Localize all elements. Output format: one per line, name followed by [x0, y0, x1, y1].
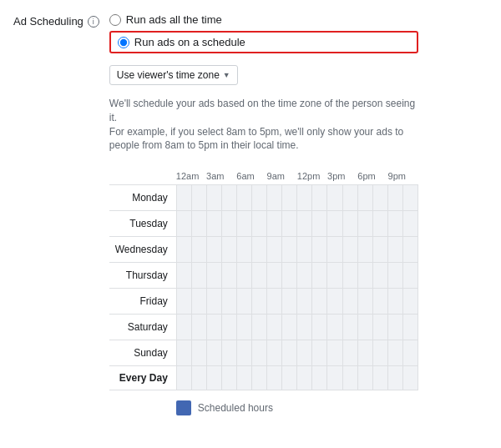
time-cell[interactable] [281, 237, 296, 262]
time-cell[interactable] [326, 185, 342, 210]
time-cell[interactable] [387, 340, 402, 365]
time-cell[interactable] [372, 263, 387, 288]
time-cell[interactable] [342, 366, 357, 390]
time-cell[interactable] [236, 340, 251, 365]
time-cell[interactable] [236, 237, 251, 262]
time-cell[interactable] [342, 211, 357, 236]
time-cell[interactable] [326, 211, 342, 236]
time-cell[interactable] [326, 315, 342, 340]
time-cell[interactable] [357, 263, 372, 288]
radio-option-schedule[interactable]: Run ads on a schedule [109, 31, 418, 53]
time-cell[interactable] [311, 289, 326, 314]
time-cell[interactable] [176, 315, 191, 340]
time-cell[interactable] [176, 340, 191, 365]
time-cell[interactable] [372, 340, 387, 365]
time-cell[interactable] [281, 289, 296, 314]
time-cell[interactable] [311, 211, 326, 236]
time-cell[interactable] [296, 237, 311, 262]
time-cell[interactable] [402, 211, 418, 236]
time-cell[interactable] [326, 340, 342, 365]
time-cell[interactable] [266, 185, 281, 210]
time-cell[interactable] [206, 211, 221, 236]
time-cell[interactable] [206, 263, 221, 288]
time-cell[interactable] [221, 340, 236, 365]
time-cell[interactable] [281, 263, 296, 288]
timezone-button[interactable]: Use viewer's time zone ▼ [109, 65, 238, 85]
radio-option-all-time[interactable]: Run ads all the time [109, 13, 418, 26]
time-cell[interactable] [221, 185, 236, 210]
time-cell[interactable] [357, 340, 372, 365]
time-cell[interactable] [176, 211, 191, 236]
time-cell[interactable] [357, 289, 372, 314]
time-cell[interactable] [206, 237, 221, 262]
time-cell[interactable] [402, 289, 418, 314]
time-cell[interactable] [191, 185, 206, 210]
time-cell[interactable] [266, 211, 281, 236]
time-cell[interactable] [266, 263, 281, 288]
time-cell[interactable] [191, 237, 206, 262]
time-cell[interactable] [251, 289, 266, 314]
time-cell[interactable] [191, 289, 206, 314]
time-cell[interactable] [342, 237, 357, 262]
time-cell[interactable] [281, 315, 296, 340]
time-cell[interactable] [372, 237, 387, 262]
time-cell[interactable] [176, 263, 191, 288]
time-cell[interactable] [266, 289, 281, 314]
time-cell[interactable] [236, 289, 251, 314]
time-cell[interactable] [206, 315, 221, 340]
time-cell[interactable] [387, 366, 402, 390]
time-cell[interactable] [296, 366, 311, 390]
time-cell[interactable] [221, 289, 236, 314]
time-cell[interactable] [251, 366, 266, 390]
time-cell[interactable] [251, 315, 266, 340]
time-cell[interactable] [281, 366, 296, 390]
time-cell[interactable] [236, 366, 251, 390]
time-cell[interactable] [357, 366, 372, 390]
time-cell[interactable] [221, 211, 236, 236]
time-cell[interactable] [236, 263, 251, 288]
time-cell[interactable] [357, 185, 372, 210]
time-cell[interactable] [251, 211, 266, 236]
time-cell[interactable] [342, 289, 357, 314]
time-cell[interactable] [387, 289, 402, 314]
time-cell[interactable] [266, 366, 281, 390]
time-cell[interactable] [311, 366, 326, 390]
time-cell[interactable] [221, 237, 236, 262]
time-cell[interactable] [342, 315, 357, 340]
info-icon[interactable]: i [88, 16, 99, 28]
time-cell[interactable] [191, 263, 206, 288]
radio-all-time[interactable] [109, 14, 121, 26]
time-cell[interactable] [357, 315, 372, 340]
time-cell[interactable] [311, 185, 326, 210]
time-cell[interactable] [402, 185, 418, 210]
time-cell[interactable] [251, 185, 266, 210]
time-cell[interactable] [296, 289, 311, 314]
time-cell[interactable] [176, 289, 191, 314]
time-cell[interactable] [251, 263, 266, 288]
time-cell[interactable] [402, 340, 418, 365]
time-cell[interactable] [402, 263, 418, 288]
time-cell[interactable] [326, 237, 342, 262]
time-cell[interactable] [296, 211, 311, 236]
time-cell[interactable] [326, 366, 342, 390]
time-cell[interactable] [372, 185, 387, 210]
time-cell[interactable] [221, 315, 236, 340]
time-cell[interactable] [357, 237, 372, 262]
time-cell[interactable] [311, 315, 326, 340]
time-cell[interactable] [342, 185, 357, 210]
time-cell[interactable] [326, 289, 342, 314]
time-cell[interactable] [281, 211, 296, 236]
time-cell[interactable] [236, 185, 251, 210]
time-cell[interactable] [387, 237, 402, 262]
time-cell[interactable] [296, 340, 311, 365]
time-cell[interactable] [221, 366, 236, 390]
time-cell[interactable] [387, 211, 402, 236]
time-cell[interactable] [206, 340, 221, 365]
time-cell[interactable] [206, 289, 221, 314]
time-cell[interactable] [402, 366, 418, 390]
time-cell[interactable] [266, 315, 281, 340]
time-cell[interactable] [206, 366, 221, 390]
time-cell[interactable] [342, 263, 357, 288]
time-cell[interactable] [206, 185, 221, 210]
time-cell[interactable] [266, 237, 281, 262]
